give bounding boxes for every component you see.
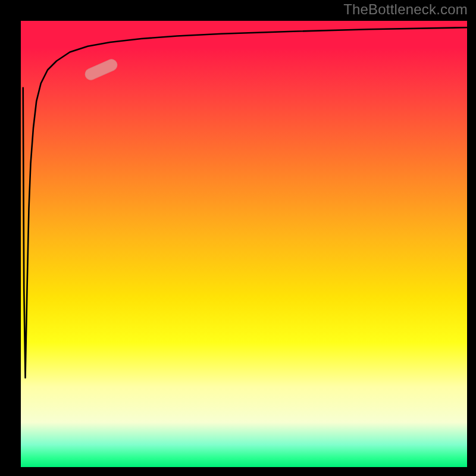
curve-svg [21,21,467,467]
plot-area [21,21,467,467]
chart-stage: TheBottleneck.com [0,0,476,476]
watermark-text: TheBottleneck.com [343,1,468,18]
